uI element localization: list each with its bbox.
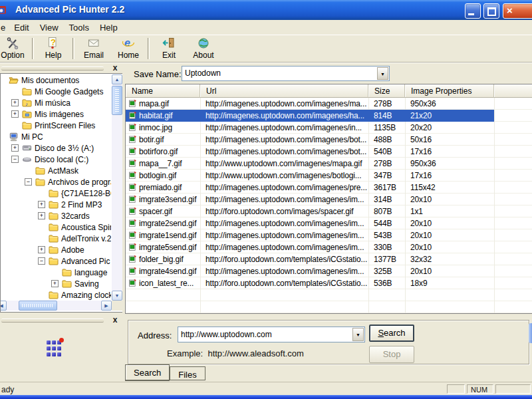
image-file-icon xyxy=(128,243,137,251)
tree-horizontal-scrollbar[interactable]: ◀ ▶ xyxy=(1,301,112,311)
logo-panel-close-icon[interactable]: x xyxy=(110,315,120,325)
tree-expander-icon[interactable]: − xyxy=(11,156,19,163)
tree-item[interactable]: +Disco de 3½ (A:) xyxy=(1,142,111,154)
close-button[interactable]: × xyxy=(503,3,532,19)
scroll-up-icon[interactable]: ▲ xyxy=(112,74,122,84)
table-row[interactable]: imgrate5send.gifhttp://imagenes.uptodown… xyxy=(126,241,532,253)
column-header-image-properties[interactable]: Image Properties xyxy=(405,84,494,98)
tree-expander-icon[interactable]: + xyxy=(38,212,45,219)
tree-item[interactable]: PrintScreen Files xyxy=(1,120,111,131)
tree-item[interactable]: Mi Google Gadgets xyxy=(1,86,111,97)
menu-item-tools[interactable]: Tools xyxy=(64,23,94,33)
toolbar-button-help[interactable]: ?Help xyxy=(36,35,70,62)
cell-name: botlogin.gif xyxy=(126,170,200,182)
tree-expander-icon[interactable]: − xyxy=(25,178,32,186)
tree-item[interactable]: −Advanced Pic I xyxy=(1,255,111,267)
tree-item[interactable]: {C71AE128-BC xyxy=(1,188,111,199)
status-bar: ady NUM xyxy=(0,382,532,396)
tree-expander-icon[interactable]: + xyxy=(38,246,45,253)
tree-expander-icon[interactable]: + xyxy=(51,280,59,287)
tree-item[interactable]: Mis documentos xyxy=(1,74,111,86)
menu-item-view[interactable]: View xyxy=(35,23,64,33)
column-header-url[interactable]: Url xyxy=(200,84,368,98)
cell-name: imgrate1send.gif xyxy=(126,229,200,241)
save-name-value[interactable]: Uptodown xyxy=(185,68,221,78)
table-row[interactable]: mapa.gifhttp://imagenes.uptodown.com/ima… xyxy=(126,98,532,110)
close-icon: × xyxy=(507,4,513,17)
tree-item-label: Mi música xyxy=(35,98,70,108)
scroll-down-icon[interactable]: ▼ xyxy=(112,291,122,301)
tree-item[interactable]: Acoustica Spin xyxy=(1,221,111,233)
tree-item[interactable]: −Disco local (C:) xyxy=(1,154,111,165)
minimize-button[interactable] xyxy=(465,3,481,19)
window-title: Advanced Pic Hunter 2.2 xyxy=(15,4,124,15)
file-name: folder_big.gif xyxy=(139,255,200,264)
tree-item[interactable]: AdelTronix v.2. xyxy=(1,233,111,244)
menu-item-help[interactable]: Help xyxy=(94,23,123,33)
tab-files[interactable]: Files xyxy=(170,366,205,380)
table-row[interactable]: botirforo.gifhttp://imagenes.uptodown.co… xyxy=(126,146,532,158)
column-header-size[interactable]: Size xyxy=(368,84,405,98)
panel-grip-handle[interactable] xyxy=(1,66,104,70)
table-row[interactable]: imgrate1send.gifhttp://imagenes.uptodown… xyxy=(126,229,532,241)
save-name-combobox[interactable]: Uptodown ▼ xyxy=(182,66,390,81)
address-value[interactable]: http://www.uptodown.com xyxy=(181,330,272,339)
table-row[interactable]: icon_latest_re...http://foro.uptodown.co… xyxy=(126,277,532,289)
tree-item[interactable]: +2 Find MP3 xyxy=(1,199,111,210)
scrollbar-thumb[interactable] xyxy=(19,301,57,311)
table-row[interactable]: imgrate3send.gifhttp://imagenes.uptodown… xyxy=(126,194,532,205)
toolbar-button-about[interactable]: About xyxy=(186,35,221,62)
folders-panel-close-icon[interactable]: x xyxy=(110,63,120,72)
tree-item[interactable]: +Mis imágenes xyxy=(1,108,111,120)
search-button[interactable]: Search xyxy=(369,325,414,342)
combo-dropdown-button[interactable]: ▼ xyxy=(377,67,388,80)
cell-image-properties: 950x36 xyxy=(405,98,494,110)
tree-item[interactable]: −Archivos de progra xyxy=(1,176,111,188)
toolbar-button-home[interactable]: eHome xyxy=(111,35,146,62)
table-row[interactable]: folder_big.gifhttp://foro.uptodown.com/t… xyxy=(126,253,532,265)
toolbar-button-option[interactable]: Option xyxy=(0,35,30,62)
tree-expander-icon[interactable]: + xyxy=(11,144,19,152)
image-file-icon xyxy=(128,231,137,239)
tree-item[interactable]: Amazing clock xyxy=(1,289,111,301)
column-header-blank[interactable] xyxy=(494,84,532,98)
scroll-left-icon[interactable]: ◀ xyxy=(0,301,7,311)
tree-item[interactable]: +32cards xyxy=(1,210,111,221)
tree-expander-icon[interactable]: − xyxy=(38,257,45,265)
tree-expander-icon[interactable]: + xyxy=(38,201,45,208)
table-row[interactable]: imgrate4send.gifhttp://imagenes.uptodown… xyxy=(126,265,532,277)
panel-grip-handle[interactable] xyxy=(1,319,104,323)
tree-item[interactable]: ActMask xyxy=(1,165,111,176)
table-row[interactable]: botlogin.gifhttp://www.uptodown.com/imag… xyxy=(126,170,532,182)
toolbar-button-label: About xyxy=(193,51,213,60)
toolbar-button-email[interactable]: Email xyxy=(76,35,111,62)
table-row[interactable]: mapa__7.gifhttp://www.uptodown.com/image… xyxy=(126,158,532,170)
menu-item-file[interactable]: e xyxy=(0,23,9,33)
tab-search[interactable]: Search xyxy=(125,364,170,381)
tree-vertical-scrollbar[interactable]: ▲ ▼ xyxy=(112,74,122,301)
tree-item[interactable]: +♪Mi música xyxy=(1,97,111,108)
scroll-right-icon[interactable]: ▶ xyxy=(101,301,112,311)
tree-item[interactable]: language xyxy=(1,267,111,278)
tree-expander-icon[interactable]: + xyxy=(11,110,19,118)
scrollbar-thumb[interactable] xyxy=(112,86,122,115)
combo-dropdown-button[interactable]: ▼ xyxy=(352,328,364,341)
table-row[interactable]: spacer.gifhttp://foro.uptodown.com/image… xyxy=(126,205,532,217)
table-row[interactable]: botir.gifhttp://imagenes.uptodown.com/im… xyxy=(126,134,532,146)
address-combobox[interactable]: http://www.uptodown.com ▼ xyxy=(178,327,365,342)
tree-expander-icon[interactable]: + xyxy=(11,99,19,106)
file-name: inmoc.jpg xyxy=(139,123,200,132)
column-header-name[interactable]: Name xyxy=(126,84,200,98)
menu-item-edit[interactable]: Edit xyxy=(9,23,34,33)
folder-tree: Mis documentosMi Google Gadgets+♪Mi músi… xyxy=(0,73,124,313)
table-row[interactable]: habitat.gifhttp://imagenes.uptodown.com/… xyxy=(126,110,532,122)
table-row[interactable]: premiado.gifhttp://imagenes.uptodown.com… xyxy=(126,182,532,194)
tree-item[interactable]: +Adobe xyxy=(1,244,111,255)
tree-item[interactable]: Mi PC xyxy=(1,131,111,142)
toolbar-button-exit[interactable]: Exit xyxy=(152,35,186,62)
tree-item[interactable]: +Saving xyxy=(1,278,111,289)
maximize-button[interactable] xyxy=(483,3,499,19)
table-row[interactable]: imgrate2send.gifhttp://imagenes.uptodown… xyxy=(126,217,532,229)
table-row[interactable]: inmoc.jpghttp://imagenes.uptodown.com/im… xyxy=(126,122,532,134)
cell-size: 314B xyxy=(368,194,405,205)
